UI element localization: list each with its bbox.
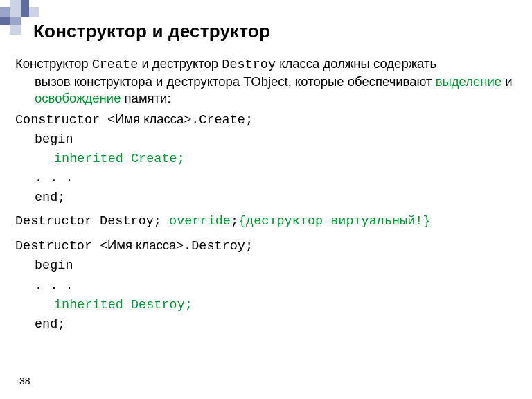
- slide-title: Конструктор и деструктор: [33, 21, 270, 42]
- constructor-code-block: Constructor <Имя класса>.Create; begin i…: [15, 111, 517, 206]
- intro-text: памяти:: [121, 91, 170, 105]
- highlight-release: освобождение: [35, 91, 121, 105]
- kw-override: override: [169, 214, 231, 229]
- slide: Конструктор и деструктор Конструктор Cre…: [0, 0, 532, 399]
- page-number: 38: [19, 375, 30, 387]
- kw-destructor: Destructor: [15, 239, 100, 254]
- slide-body: Конструктор Create и деструктор Destroy …: [15, 55, 517, 340]
- intro-text: вызов конструктора и деструктора TObject…: [35, 74, 436, 89]
- code-comment: {деструктор виртуальный!}: [238, 214, 431, 229]
- placeholder-classname: <Имя класса>: [100, 238, 184, 252]
- kw-destructor: Destructor Destroy;: [15, 214, 169, 229]
- code-line: end;: [15, 317, 517, 333]
- code-line: Destructor Destroy; override;{деструктор…: [15, 213, 517, 230]
- kw-constructor: Constructor: [15, 113, 107, 127]
- code-line: Destructor <Имя класса>.Destroy;: [15, 237, 517, 255]
- code-line-inherited: inherited Destroy;: [15, 297, 517, 314]
- highlight-allocation: выделение: [436, 74, 502, 89]
- code-text: .Destroy;: [184, 239, 253, 254]
- code-text: ;: [231, 214, 238, 229]
- destructor-code-block: Destructor <Имя класса>.Destroy; begin .…: [15, 237, 517, 332]
- code-word-destroy: Destroy: [222, 57, 276, 72]
- destructor-proto-block: Destructor Destroy; override;{деструктор…: [15, 213, 517, 230]
- code-line-inherited: inherited Create;: [15, 151, 517, 168]
- code-line-dots: . . .: [15, 278, 517, 294]
- code-word-create: Create: [92, 57, 139, 72]
- code-line: begin: [15, 258, 517, 274]
- intro-text: класса должны содержать: [276, 56, 436, 71]
- code-line: end;: [15, 190, 517, 206]
- placeholder-classname: <Имя класса>: [107, 112, 191, 126]
- code-line: begin: [15, 132, 517, 148]
- intro-text: Конструктор: [15, 56, 92, 71]
- intro-text: и деструктор: [138, 56, 222, 71]
- intro-text: и: [502, 74, 512, 89]
- code-line: Constructor <Имя класса>.Create;: [15, 111, 517, 129]
- code-text: .Create;: [191, 113, 253, 127]
- intro-paragraph: Конструктор Create и деструктор Destroy …: [15, 55, 517, 107]
- code-line-dots: . . .: [15, 170, 517, 187]
